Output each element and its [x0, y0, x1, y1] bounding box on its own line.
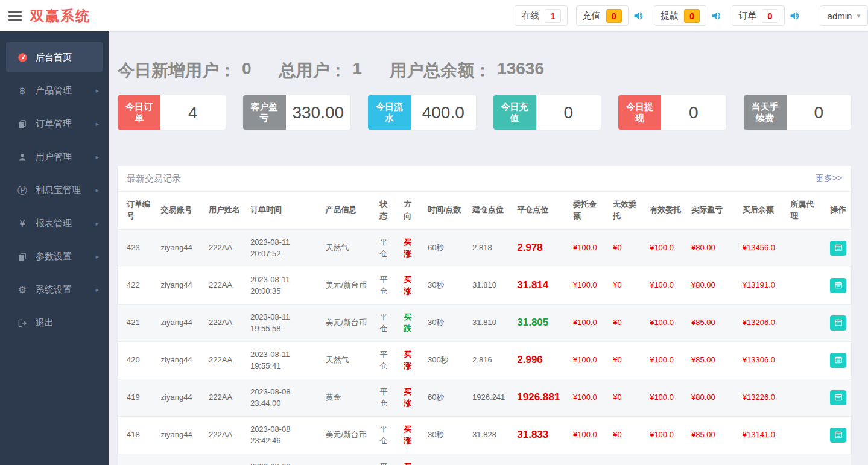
header-stat-box[interactable]: 提款0 [654, 5, 706, 26]
cell-close-point: 2.996 [512, 341, 568, 379]
transactions-table: 订单编号交易账号用户姓名订单时间产品信息状态方向时间/点数建仓点位平仓点位委托金… [118, 192, 851, 465]
order-detail-button[interactable] [830, 315, 846, 331]
cell-balance-after: ¥13456.0 [738, 229, 785, 267]
speaker-icon[interactable] [711, 10, 723, 22]
stat-cards-row: 今日订单4客户盈亏330.00今日流水400.0今日充值0今日提现0当天手续费0 [118, 95, 851, 130]
table-row: 417ziyang44222AA2023-08-03 18:02:55美元/新台… [118, 454, 851, 465]
cell-valid-entrust: ¥100.0 [645, 267, 686, 304]
sidebar-item-label: 利息宝管理 [36, 185, 81, 196]
stat-card-label: 今日订单 [118, 95, 160, 130]
cell-user-name: 222AA [204, 379, 246, 416]
header-stat-value: 0 [606, 9, 622, 23]
cell-action [825, 267, 851, 304]
admin-dashboard: 双赢系统 在线1充值0提款0订单0 admin ▾ 后台首页฿产品管理▸订单管理… [0, 0, 868, 465]
order-detail-button[interactable] [830, 241, 846, 256]
cell-status: 平仓 [375, 416, 399, 454]
order-detail-button[interactable] [830, 353, 846, 368]
cell-open-point: 31.810 [467, 267, 512, 304]
cell-invalid-entrust: ¥0 [608, 416, 645, 454]
sidebar-item[interactable]: 参数设置▸ [0, 240, 109, 273]
cell-actual-pnl: ¥80.00 [686, 267, 738, 304]
hamburger-menu-icon[interactable] [8, 8, 22, 24]
stat-card-value: 0 [661, 95, 726, 130]
stat-card-value: 0 [787, 95, 852, 130]
order-detail-button[interactable] [830, 278, 846, 293]
sidebar-item[interactable]: Ⓟ利息宝管理▸ [0, 174, 109, 207]
cell-direction: 买涨 [399, 379, 423, 416]
cell-order-id: 421 [118, 304, 156, 341]
column-header: 有效委托 [645, 192, 686, 229]
cell-actual-pnl: ¥-400.00 [686, 454, 738, 465]
cell-balance-after: ¥13206.0 [738, 304, 785, 341]
cell-entrust-amount: ¥100.0 [568, 341, 608, 379]
cell-user-name: 222AA [204, 304, 246, 341]
stat-card: 今日订单4 [118, 95, 226, 130]
column-header: 订单编号 [118, 192, 156, 229]
column-header: 用户姓名 [204, 192, 246, 229]
cell-product: 美元/新台币 [320, 267, 375, 304]
table-body: 423ziyang44222AA2023-08-11 20:07:52天然气平仓… [118, 229, 851, 465]
cell-status: 平仓 [375, 304, 399, 341]
header-stat-value: 0 [762, 9, 778, 23]
sidebar-item[interactable]: 后台首页 [6, 42, 103, 72]
cell-open-point: 2.816 [467, 341, 512, 379]
cell-agent [785, 341, 825, 379]
stat-card-label: 当天手续费 [744, 95, 787, 130]
sidebar-item[interactable]: 退出 [0, 306, 109, 340]
cell-valid-entrust: ¥100.0 [645, 379, 686, 416]
cell-action [825, 416, 851, 454]
cell-actual-pnl: ¥80.00 [686, 379, 738, 416]
app-logo: 双赢系统 [30, 7, 90, 25]
cell-status: 平仓 [375, 454, 399, 465]
sidebar-item-label: 用户管理 [36, 151, 72, 163]
column-header: 交易账号 [156, 192, 204, 229]
settings-icon: ⚙ [14, 285, 30, 295]
overview-label: 用户总余额： [390, 59, 491, 82]
cell-order-time: 2023-08-11 19:55:58 [246, 304, 321, 341]
cell-product: 美元/新台币 [320, 304, 375, 341]
speaker-icon[interactable] [789, 10, 802, 22]
sidebar-item-label: 产品管理 [36, 85, 72, 96]
user-menu[interactable]: admin ▾ [820, 5, 868, 26]
cell-close-point: 31.805 [512, 304, 568, 341]
stat-card-label: 客户盈亏 [243, 95, 286, 130]
sidebar-item-label: 系统设置 [36, 284, 72, 296]
stat-card-value: 400.0 [411, 95, 476, 130]
sidebar-item[interactable]: ฿产品管理▸ [0, 74, 109, 107]
header-stat-label: 在线 [521, 10, 539, 22]
sidebar-item[interactable]: ¥报表管理▸ [0, 207, 109, 240]
column-header: 操作 [825, 192, 851, 229]
cell-direction: 买涨 [399, 454, 423, 465]
header-stat-box[interactable]: 在线1 [515, 5, 567, 26]
cell-balance-after: ¥13141.0 [738, 416, 785, 454]
order-detail-button[interactable] [830, 390, 846, 405]
cell-account: ziyang44 [156, 304, 204, 341]
cell-action [825, 229, 851, 267]
cell-open-point: 31.634 [467, 454, 512, 465]
column-header: 买后余额 [738, 192, 785, 229]
cell-close-point: 1926.881 [512, 379, 568, 416]
cell-order-id: 417 [118, 454, 156, 465]
cell-direction: 买涨 [399, 267, 423, 304]
main-content: 今日新增用户： 0 总用户： 1 用户总余额： 13636 今日订单4客户盈亏3… [109, 31, 868, 465]
more-link[interactable]: 更多>> [816, 173, 842, 184]
header-stat-box[interactable]: 订单0 [732, 5, 784, 26]
chevron-right-icon: ▸ [95, 87, 99, 95]
chevron-right-icon: ▸ [95, 253, 99, 261]
cell-entrust-amount: ¥100.0 [568, 379, 608, 416]
transactions-panel: 最新交易记录 更多>> 订单编号交易账号用户姓名订单时间产品信息状态方向时间/点… [118, 166, 851, 465]
cell-direction: 买涨 [399, 341, 423, 379]
speaker-icon[interactable] [633, 10, 645, 22]
cell-status: 平仓 [375, 341, 399, 379]
header-stat-box[interactable]: 充值0 [576, 5, 629, 26]
order-detail-button[interactable] [830, 428, 846, 443]
table-row: 419ziyang44222AA2023-08-08 23:44:00黄金平仓买… [118, 379, 851, 416]
cell-agent [785, 379, 825, 416]
column-header: 方向 [399, 192, 423, 229]
sidebar-item[interactable]: 用户管理▸ [0, 141, 109, 174]
cell-valid-entrust: ¥100.0 [645, 229, 686, 267]
sidebar-item[interactable]: ⚙系统设置▸ [0, 273, 109, 306]
chevron-down-icon: ▾ [857, 12, 860, 20]
cell-product: 美元/新台币 [320, 454, 375, 465]
sidebar-item[interactable]: 订单管理▸ [0, 107, 109, 141]
